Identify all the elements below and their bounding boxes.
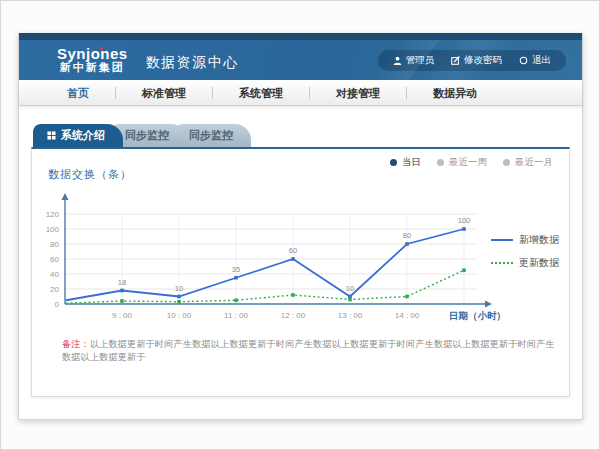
line-chart: 0204060801001209 : 0010 : 0011 : 0012 : … — [40, 184, 510, 334]
user-icon — [393, 56, 402, 65]
grid-icon — [47, 131, 56, 140]
legend-item-updated-data[interactable]: 更新数据 — [491, 256, 559, 270]
radio-today[interactable]: 当日 — [390, 156, 421, 169]
chart-y-axis-title: 数据交换（条） — [48, 167, 132, 182]
radio-today-dot — [390, 159, 397, 166]
svg-text:0: 0 — [55, 300, 60, 309]
legend-line-dotted — [491, 262, 513, 264]
legend-new-data-label: 新增数据 — [519, 233, 559, 247]
svg-text:10: 10 — [175, 284, 183, 293]
change-password-button[interactable]: 修改密码 — [451, 54, 502, 67]
logout-label: 退出 — [532, 54, 551, 67]
user-menu-admin-label: 管理员 — [406, 54, 435, 67]
nav-item-standard-mgmt[interactable]: 标准管理 — [116, 87, 213, 99]
svg-text:18: 18 — [118, 278, 126, 287]
tab-sync-monitor-1-label: 同步监控 — [125, 124, 169, 147]
radio-last-week-dot — [437, 159, 444, 166]
screenshot-frame: { "brand": { "logo_text": "Synjones", "l… — [0, 0, 600, 450]
footnote: 备注：以上数据更新于时间产生数据以上数据更新于时间产生数据以上数据更新于时间产生… — [62, 338, 555, 364]
legend-item-new-data[interactable]: 新增数据 — [491, 233, 559, 247]
tab-system-intro-label: 系统介绍 — [61, 124, 105, 147]
svg-text:100: 100 — [458, 216, 471, 225]
legend-line-solid — [491, 239, 513, 241]
nav-item-home[interactable]: 首页 — [41, 87, 116, 99]
footnote-prefix: 备注： — [62, 339, 90, 349]
content-area: 系统介绍 同步监控 同步监控 当日 最近一周 — [19, 106, 582, 397]
edit-icon — [451, 56, 460, 65]
radio-last-month-dot — [503, 159, 510, 166]
radio-last-week-label: 最近一周 — [449, 156, 487, 169]
nav-item-interface-mgmt[interactable]: 对接管理 — [310, 87, 407, 99]
user-toolbar: 管理员 修改密码 退出 — [378, 50, 567, 71]
svg-text:40: 40 — [50, 270, 59, 279]
chart-panel: 当日 最近一周 最近一月 数据交换（条） 0204060801001209 : … — [31, 147, 570, 397]
change-password-label: 修改密码 — [464, 54, 502, 67]
svg-text:100: 100 — [46, 225, 60, 234]
svg-text:60: 60 — [289, 246, 297, 255]
app-header: Synjones 新中新集团 数据资源中心 管理员 修改密码 — [19, 40, 582, 80]
nav-item-data-change[interactable]: 数据异动 — [407, 87, 503, 99]
page-title: 数据资源中心 — [146, 48, 239, 72]
logo-subtext: 新中新集团 — [57, 62, 128, 74]
svg-text:12 : 00: 12 : 00 — [281, 311, 306, 320]
svg-text:9 : 00: 9 : 00 — [112, 311, 133, 320]
svg-text:日期（小时）: 日期（小时） — [449, 310, 506, 322]
svg-text:10 : 00: 10 : 00 — [167, 311, 192, 320]
tab-sync-monitor-2-label: 同步监控 — [189, 124, 233, 147]
svg-text:80: 80 — [403, 231, 411, 240]
nav-item-system-mgmt[interactable]: 系统管理 — [213, 87, 310, 99]
legend-updated-data-label: 更新数据 — [519, 256, 559, 270]
footnote-text: 以上数据更新于时间产生数据以上数据更新于时间产生数据以上数据更新于时间产生数据以… — [62, 339, 555, 362]
svg-text:13 : 00: 13 : 00 — [338, 311, 363, 320]
radio-last-week[interactable]: 最近一周 — [437, 156, 487, 169]
page-card: Synjones 新中新集团 数据资源中心 管理员 修改密码 — [18, 33, 583, 420]
radio-last-month[interactable]: 最近一月 — [503, 156, 553, 169]
time-range-filter: 当日 最近一周 最近一月 — [390, 156, 553, 169]
svg-text:11 : 00: 11 : 00 — [224, 311, 248, 320]
svg-text:80: 80 — [50, 240, 59, 249]
chart-legend: 新增数据 更新数据 — [491, 233, 559, 270]
tab-bar: 系统介绍 同步监控 同步监控 — [31, 124, 570, 147]
svg-text:10: 10 — [346, 284, 354, 293]
tab-system-intro[interactable]: 系统介绍 — [33, 124, 123, 147]
logout-button[interactable]: 退出 — [519, 54, 551, 67]
main-nav: 首页 标准管理 系统管理 对接管理 数据异动 — [19, 80, 582, 106]
logo-text: Synjones — [57, 46, 128, 62]
radio-today-label: 当日 — [402, 156, 421, 169]
svg-text:20: 20 — [50, 285, 59, 294]
svg-text:60: 60 — [50, 255, 59, 264]
brand-logo: Synjones 新中新集团 — [57, 46, 128, 73]
user-menu-admin[interactable]: 管理员 — [393, 54, 435, 67]
power-icon — [519, 56, 528, 65]
svg-text:35: 35 — [232, 265, 240, 274]
radio-last-month-label: 最近一月 — [515, 156, 553, 169]
svg-text:14 : 00: 14 : 00 — [395, 311, 420, 320]
svg-text:120: 120 — [46, 210, 60, 219]
header-dark-strip — [19, 33, 582, 40]
